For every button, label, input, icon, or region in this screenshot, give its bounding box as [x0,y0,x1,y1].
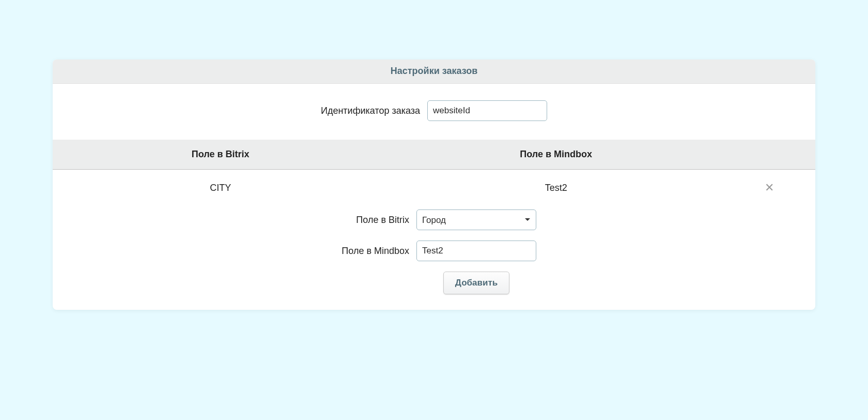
delete-row-icon[interactable]: ✕ [765,181,774,194]
cell-bitrix: CITY [53,170,388,207]
order-id-row: Идентификатор заказа [53,84,815,140]
panel-title: Настройки заказов [53,59,815,84]
table-row: CITY Test2 ✕ [53,170,815,207]
order-id-label: Идентификатор заказа [321,106,420,116]
field-mapping-table: Поле в Bitrix Поле в Mindbox CITY Test2 … [53,140,815,206]
order-id-input[interactable] [427,100,547,121]
add-mapping-form: Поле в Bitrix Город Поле в Mindbox Добав… [53,206,815,310]
column-header-mindbox: Поле в Mindbox [388,140,723,170]
cell-mindbox: Test2 [388,170,723,207]
bitrix-field-select[interactable]: Город [416,209,536,230]
form-row-mindbox: Поле в Mindbox [53,241,815,261]
mindbox-field-label: Поле в Mindbox [332,246,409,257]
mindbox-field-input[interactable] [416,241,536,261]
form-row-bitrix: Поле в Bitrix Город [53,209,815,230]
add-button[interactable]: Добавить [443,272,509,294]
bitrix-field-label: Поле в Bitrix [332,215,409,226]
column-header-bitrix: Поле в Bitrix [53,140,388,170]
column-header-action [724,140,815,170]
order-settings-panel: Настройки заказов Идентификатор заказа П… [53,59,815,310]
